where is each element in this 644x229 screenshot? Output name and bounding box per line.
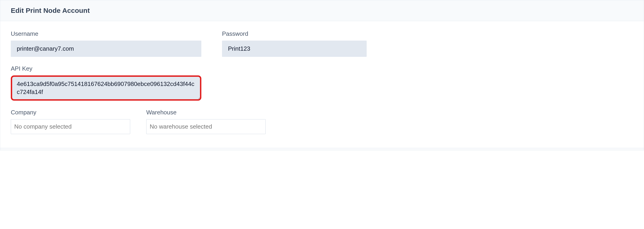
field-warehouse: Warehouse (146, 109, 266, 134)
password-label: Password (222, 30, 367, 37)
row-api-key: API Key (11, 65, 633, 101)
panel-body: Username Password API Key Company Wareho… (0, 21, 644, 148)
warehouse-select[interactable] (146, 119, 266, 134)
api-key-input[interactable] (11, 75, 201, 101)
company-select[interactable] (11, 119, 130, 134)
field-username: Username (11, 30, 201, 57)
edit-print-node-panel: Edit Print Node Account Username Passwor… (0, 0, 644, 150)
field-password: Password (222, 30, 367, 57)
warehouse-label: Warehouse (146, 109, 266, 116)
username-label: Username (11, 30, 201, 37)
field-company: Company (11, 109, 130, 134)
panel-footer (0, 148, 644, 150)
panel-title: Edit Print Node Account (11, 7, 633, 14)
api-key-label: API Key (11, 65, 201, 72)
row-selectors: Company Warehouse (11, 109, 633, 134)
company-label: Company (11, 109, 130, 116)
field-api-key: API Key (11, 65, 201, 101)
password-input[interactable] (222, 40, 367, 57)
username-input[interactable] (11, 40, 201, 57)
row-credentials: Username Password (11, 30, 633, 57)
panel-header: Edit Print Node Account (0, 0, 644, 21)
